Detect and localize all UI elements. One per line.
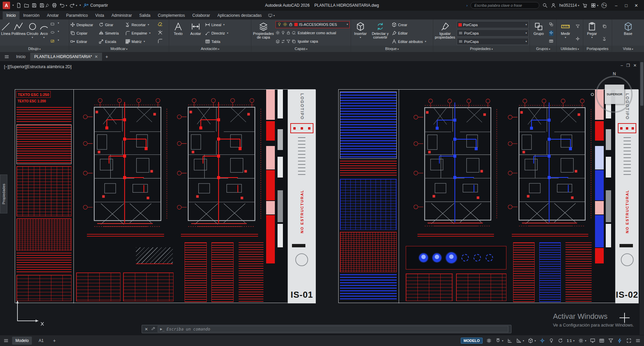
create-block-button[interactable]: Crear (392, 21, 428, 29)
hatch-icon[interactable] (50, 39, 55, 44)
tab-vista[interactable]: Vista (92, 11, 108, 19)
linetype-dropdown[interactable]: PorCapa▾ (457, 30, 529, 37)
group-button[interactable]: Grupo (531, 20, 546, 46)
panel-label-anotacion[interactable]: Anotación (169, 46, 251, 52)
apps-icon[interactable] (591, 3, 598, 8)
qat-customize-icon[interactable]: ▾ (80, 4, 81, 7)
circle-button[interactable]: Círculo▾ (27, 20, 38, 46)
match-properties-button[interactable]: Igualar propiedades (434, 20, 456, 46)
mirror-button[interactable]: Simetría (99, 30, 124, 37)
group-manager-icon[interactable] (549, 39, 553, 44)
panel-label-portapapeles[interactable]: Portapapeles (583, 46, 612, 52)
quick-select-icon[interactable] (576, 24, 580, 30)
tab-administrar[interactable]: Administrar (108, 11, 136, 19)
new-drawing-tab-button[interactable]: + (103, 54, 111, 59)
panel-label-modificar[interactable]: Modificar (69, 46, 169, 52)
viewport-controls[interactable]: [−][Superior][Estructura alámbrica 2D] (4, 64, 71, 69)
command-line[interactable]: ✕ ▶_ (142, 325, 511, 333)
ribbon-display-toggle[interactable]: ▾ (268, 13, 275, 19)
text-button[interactable]: Texto (170, 20, 186, 46)
doc-close-icon[interactable]: ✕ (633, 63, 637, 68)
object-color-dropdown[interactable]: PorCapa▾ (457, 21, 529, 28)
viewcube-west-label[interactable]: O (591, 92, 594, 97)
cut-clip-icon[interactable] (602, 37, 607, 42)
username[interactable]: he352114 (559, 3, 579, 8)
share-button[interactable]: Compartir (83, 3, 108, 8)
command-input-field[interactable]: ▶_ (158, 326, 508, 332)
close-tab-icon[interactable]: ✕ (95, 54, 98, 59)
workspace-switching-icon[interactable] (578, 338, 586, 343)
snap-mode-icon[interactable] (495, 338, 503, 343)
doc-restore-icon[interactable]: ❐ (626, 63, 630, 68)
layer-properties-button[interactable]: Propiedades de capa (252, 20, 275, 46)
explode-icon[interactable] (157, 30, 163, 36)
file-tab-active[interactable]: PLANTILLA HIDROSANITARIA*✕ (30, 53, 102, 61)
app-menu-arrow-icon[interactable]: ▾ (12, 4, 14, 7)
maximize-button[interactable]: □ (621, 1, 631, 10)
doc-minimize-icon[interactable]: – (621, 63, 623, 68)
object-snap-icon[interactable] (540, 338, 545, 343)
linear-dim-button[interactable]: Lineal (205, 21, 234, 29)
annotation-monitor-icon[interactable] (590, 338, 595, 343)
panel-label-utilidades[interactable]: Utilidades (557, 46, 583, 52)
viewcube[interactable]: N O S SUPERIOR (593, 72, 636, 117)
fillet-button[interactable]: Empalme (125, 30, 154, 37)
app-menu-button[interactable]: A (3, 2, 10, 9)
panel-label-bloque[interactable]: Bloque (351, 46, 433, 52)
layout-tab-a1[interactable]: A1 (35, 337, 47, 345)
arc-button[interactable]: Arco▾ (39, 20, 49, 46)
ellipse-icon[interactable] (50, 30, 55, 36)
rectangle-icon[interactable] (50, 22, 55, 27)
new-layout-button[interactable]: + (50, 338, 58, 343)
layer-on-icon[interactable] (277, 22, 282, 27)
copy-clip-icon[interactable] (602, 24, 607, 30)
array-button[interactable]: Matriz (125, 38, 154, 45)
ortho-mode-icon[interactable] (507, 338, 512, 343)
panel-label-propiedades[interactable]: Propiedades (433, 46, 530, 52)
layer-tools-row2[interactable] (276, 39, 296, 44)
redo-button[interactable] (69, 3, 77, 8)
id-point-icon[interactable] (576, 37, 580, 42)
rectangle-flyout-arrow[interactable]: ▾ (58, 22, 59, 27)
annotation-visibility-icon[interactable] (549, 338, 554, 343)
copy-button[interactable]: Copiar (70, 30, 98, 37)
vertical-scrollbar[interactable] (640, 61, 644, 335)
customization-icon[interactable] (635, 338, 641, 343)
model-space-badge[interactable]: MODELO (461, 338, 482, 344)
command-close-icon[interactable]: ✕ (145, 327, 148, 332)
panel-label-capas[interactable]: Capas (251, 46, 351, 52)
open-file-button[interactable] (24, 3, 29, 8)
tab-parametrico[interactable]: Paramétrico (62, 11, 92, 19)
offset-icon[interactable] (157, 38, 163, 45)
panel-label-vista[interactable]: Vista (612, 46, 644, 52)
ellipse-flyout-arrow[interactable]: ▾ (58, 30, 59, 36)
panel-label-grupos[interactable]: Grupos (530, 46, 556, 52)
scrollbar-thumb[interactable] (640, 62, 643, 106)
command-input[interactable] (166, 327, 506, 332)
tab-inicio[interactable]: Inicio (3, 11, 19, 19)
detect-convert-button[interactable]: Detectar y convertir (370, 20, 391, 46)
annotation-scale-control[interactable]: 1:1 (567, 339, 575, 343)
edit-block-button[interactable]: Editar (392, 30, 428, 37)
tab-complementos[interactable]: Complementos (154, 11, 189, 19)
cart-icon[interactable] (582, 3, 588, 8)
layer-lock-icon[interactable] (289, 22, 293, 27)
save-as-button[interactable] (39, 3, 49, 8)
layer-color-swatch[interactable] (294, 23, 298, 26)
close-button[interactable]: ✕ (631, 1, 641, 10)
user-icon[interactable] (551, 3, 556, 8)
clean-screen-icon[interactable] (626, 338, 632, 343)
edit-attributes-button[interactable]: Editar atributos (392, 38, 428, 45)
properties-palette-tab[interactable]: Propiedades (0, 175, 7, 213)
grid-display-icon[interactable] (486, 338, 492, 343)
tab-aplicaciones-destacadas[interactable]: Aplicaciones destacadas (214, 11, 265, 19)
move-button[interactable]: Desplazar (70, 21, 98, 29)
insert-block-button[interactable]: Insertar▾ (352, 20, 369, 46)
set-current-layer-button[interactable]: Establecer como actual (298, 31, 336, 35)
minimize-button[interactable]: – (611, 1, 621, 10)
command-customize-icon[interactable] (151, 327, 155, 332)
leader-button[interactable]: Directriz (205, 30, 234, 37)
layer-freeze-icon[interactable] (283, 22, 287, 27)
viewcube-south-label[interactable]: S (626, 110, 629, 115)
base-view-button[interactable]: Base (620, 20, 637, 46)
